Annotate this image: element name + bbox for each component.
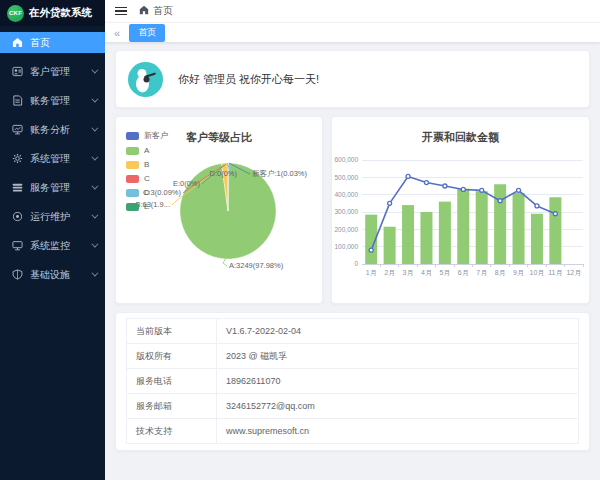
charts-row: 客户等级占比 新客户ABCDE 新客户:1(0.03%)A:3249(97.98… <box>115 116 590 304</box>
main-area: 首页 « 首页 你好 管理员 祝你开心每一天! <box>105 0 600 480</box>
info-label: 当前版本 <box>127 319 217 344</box>
info-table-row: 版权所有2023 @ 磁凯孚 <box>127 344 579 369</box>
system-info-table: 当前版本V1.6.7-2022-02-04版权所有2023 @ 磁凯孚服务电话1… <box>126 318 579 444</box>
gear-icon <box>12 153 23 164</box>
x-axis-tick-label: 7月 <box>476 269 487 277</box>
chevron-down-icon <box>91 212 98 219</box>
sidebar-item-home[interactable]: 首页 <box>0 32 105 53</box>
chevron-down-icon <box>91 125 98 132</box>
legend-label: D <box>144 188 150 197</box>
operations-icon <box>12 211 23 222</box>
legend-label: A <box>144 146 149 155</box>
sidebar: CKF 在外贷款系统 首页客户管理账务管理账务分析系统管理服务管理运行维护系统监… <box>0 0 105 480</box>
logo-icon: CKF <box>7 5 24 22</box>
legend-item-D[interactable]: D <box>126 188 168 197</box>
line-point[interactable] <box>480 188 484 192</box>
bar[interactable] <box>439 202 451 264</box>
bar[interactable] <box>420 212 432 264</box>
chevron-down-icon <box>91 183 98 190</box>
sidebar-item-infrastructure[interactable]: 基础设施 <box>0 260 105 289</box>
y-axis-tick-label: 300,000 <box>335 208 359 215</box>
bar[interactable] <box>513 193 525 264</box>
collapse-tabs-icon[interactable]: « <box>114 27 120 39</box>
sidebar-item-finance-analysis[interactable]: 账务分析 <box>0 115 105 144</box>
x-axis-tick-label: 5月 <box>439 269 450 277</box>
legend-label: E <box>144 202 149 211</box>
line-point[interactable] <box>369 248 373 252</box>
bar[interactable] <box>549 197 561 264</box>
hamburger-icon[interactable] <box>115 7 127 16</box>
sidebar-item-finance-mgmt[interactable]: 账务管理 <box>0 86 105 115</box>
pie-chart-card: 客户等级占比 新客户ABCDE 新客户:1(0.03%)A:3249(97.98… <box>115 116 323 304</box>
mascot-icon <box>128 62 163 97</box>
breadcrumb-label: 首页 <box>153 4 173 18</box>
y-axis-tick-label: 0 <box>354 260 358 267</box>
tab-home[interactable]: 首页 <box>129 24 165 42</box>
bar[interactable] <box>402 205 414 264</box>
y-axis-tick-label: 600,000 <box>335 156 359 163</box>
x-axis-tick-label: 1月 <box>366 269 377 277</box>
line-point[interactable] <box>517 188 521 192</box>
legend-swatch <box>126 161 139 169</box>
legend-swatch <box>126 147 139 155</box>
bar-chart-title: 开票和回款金额 <box>332 130 589 145</box>
x-axis-tick-label: 12月 <box>566 269 581 277</box>
y-axis-tick-label: 100,000 <box>335 243 359 250</box>
analysis-icon <box>12 124 23 135</box>
line-point[interactable] <box>424 181 428 185</box>
info-table-row: 服务电话18962611070 <box>127 369 579 394</box>
line-point[interactable] <box>461 187 465 191</box>
bar[interactable] <box>531 214 543 264</box>
legend-swatch <box>126 203 139 211</box>
bar[interactable] <box>494 184 506 264</box>
info-label: 技术支持 <box>127 419 217 444</box>
tab-bar: « 首页 <box>105 22 600 42</box>
customer-icon <box>12 66 23 77</box>
top-bar: 首页 <box>105 0 600 22</box>
legend-item-E[interactable]: E <box>126 202 168 211</box>
system-info-card: 当前版本V1.6.7-2022-02-04版权所有2023 @ 磁凯孚服务电话1… <box>115 312 590 451</box>
sidebar-item-system-monitor[interactable]: 系统监控 <box>0 231 105 260</box>
service-icon <box>12 182 23 193</box>
chevron-down-icon <box>91 270 98 277</box>
sidebar-item-label: 账务分析 <box>30 123 70 137</box>
line-point[interactable] <box>498 199 502 203</box>
billing-icon <box>12 95 23 106</box>
sidebar-item-system-mgmt[interactable]: 系统管理 <box>0 144 105 173</box>
info-table-row: 技术支持www.supremesoft.cn <box>127 419 579 444</box>
bar[interactable] <box>384 227 396 264</box>
info-value: 18962611070 <box>217 369 579 394</box>
sidebar-item-service-mgmt[interactable]: 服务管理 <box>0 173 105 202</box>
sidebar-item-label: 系统管理 <box>30 152 70 166</box>
app-title: 在外贷款系统 <box>29 6 92 20</box>
sidebar-item-label: 客户管理 <box>30 65 70 79</box>
legend-swatch <box>126 175 139 183</box>
legend-item-A[interactable]: A <box>126 146 168 155</box>
line-point[interactable] <box>443 184 447 188</box>
x-axis-tick-label: 4月 <box>421 269 432 277</box>
bar[interactable] <box>457 189 469 264</box>
sidebar-item-customer-mgmt[interactable]: 客户管理 <box>0 57 105 86</box>
legend-item-B[interactable]: B <box>126 160 168 169</box>
monitor-icon <box>12 240 23 251</box>
x-axis-tick-label: 9月 <box>513 269 524 277</box>
line-point[interactable] <box>406 174 410 178</box>
line-point[interactable] <box>553 212 557 216</box>
chevron-down-icon <box>91 154 98 161</box>
bar[interactable] <box>476 191 488 264</box>
pie-chart-title: 客户等级占比 <box>116 130 322 145</box>
legend-item-C[interactable]: C <box>126 174 168 183</box>
app-window: CKF 在外贷款系统 首页客户管理账务管理账务分析系统管理服务管理运行维护系统监… <box>0 0 600 480</box>
sidebar-item-label: 首页 <box>30 36 50 50</box>
info-label: 服务电话 <box>127 369 217 394</box>
app-logo[interactable]: CKF 在外贷款系统 <box>0 0 105 26</box>
breadcrumb[interactable]: 首页 <box>139 4 173 18</box>
line-point[interactable] <box>535 204 539 208</box>
line-point[interactable] <box>388 201 392 205</box>
info-label: 版权所有 <box>127 344 217 369</box>
sidebar-menu: 首页客户管理账务管理账务分析系统管理服务管理运行维护系统监控基础设施 <box>0 26 105 289</box>
sidebar-item-operations[interactable]: 运行维护 <box>0 202 105 231</box>
pie-label: E:0(0%) <box>173 179 201 188</box>
sidebar-item-label: 服务管理 <box>30 181 70 195</box>
sidebar-item-label: 系统监控 <box>30 239 70 253</box>
